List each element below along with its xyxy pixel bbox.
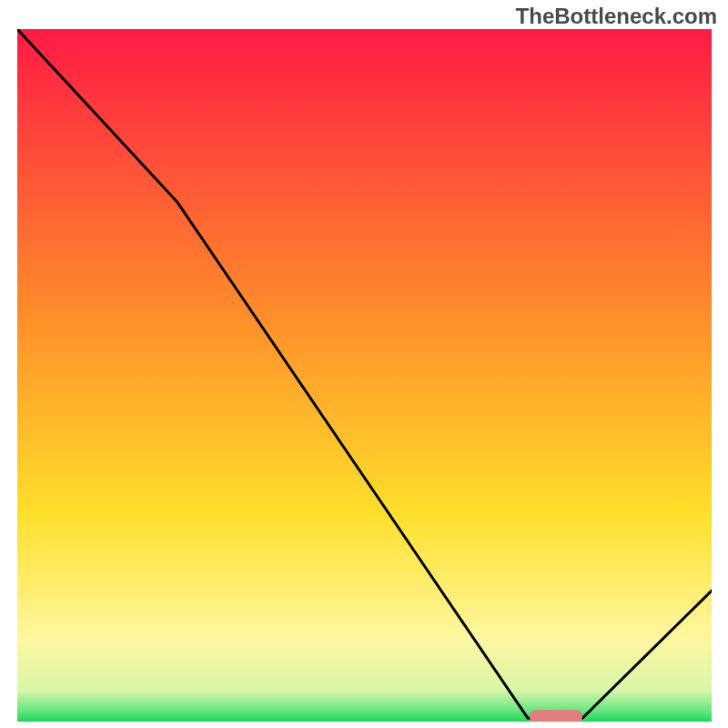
chart-container: TheBottleneck.com	[0, 0, 728, 728]
watermark-text: TheBottleneck.com	[516, 4, 717, 29]
bottleneck-chart	[0, 0, 728, 728]
optimal-range-marker	[530, 710, 582, 723]
plot-background	[17, 29, 712, 722]
